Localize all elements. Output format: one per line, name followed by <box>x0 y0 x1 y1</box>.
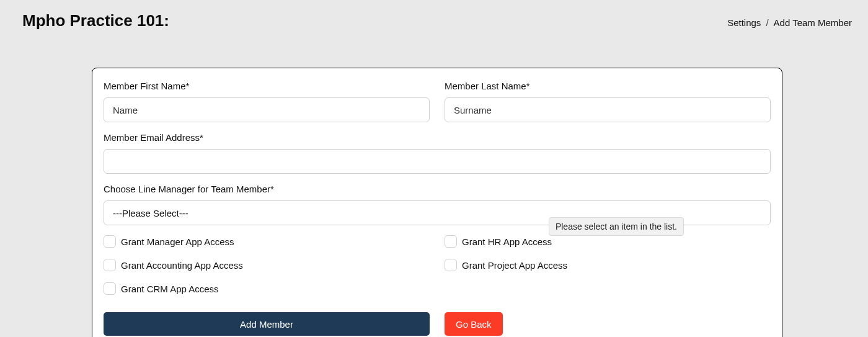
email-label: Member Email Address* <box>104 132 771 143</box>
first-name-label: Member First Name* <box>104 81 430 91</box>
breadcrumb-separator: / <box>766 17 768 28</box>
grant-crm-checkbox[interactable] <box>104 282 116 295</box>
validation-tooltip: Please select an item in the list. <box>549 217 684 236</box>
breadcrumb-settings[interactable]: Settings <box>727 17 761 28</box>
go-back-button[interactable]: Go Back <box>445 312 503 336</box>
grant-hr-label: Grant HR App Access <box>462 236 552 247</box>
form-card: Member First Name* Member Last Name* Mem… <box>92 68 782 337</box>
breadcrumb: Settings / Add Team Member <box>727 11 852 28</box>
grant-crm-label: Grant CRM App Access <box>121 284 219 294</box>
grant-hr-checkbox[interactable] <box>445 235 457 248</box>
breadcrumb-current: Add Team Member <box>774 17 852 28</box>
grant-manager-checkbox[interactable] <box>104 235 116 248</box>
email-input[interactable] <box>104 149 771 174</box>
last-name-input[interactable] <box>445 97 771 122</box>
grant-accounting-label: Grant Accounting App Access <box>121 260 243 271</box>
line-manager-label: Choose Line Manager for Team Member* <box>104 184 771 194</box>
grant-manager-label: Grant Manager App Access <box>121 236 234 247</box>
grant-project-checkbox[interactable] <box>445 259 457 271</box>
page-title: Mpho Practice 101: <box>22 11 169 30</box>
grant-project-label: Grant Project App Access <box>462 260 567 271</box>
first-name-input[interactable] <box>104 97 430 122</box>
add-member-button[interactable]: Add Member <box>104 312 430 336</box>
last-name-label: Member Last Name* <box>445 81 771 91</box>
grant-accounting-checkbox[interactable] <box>104 259 116 271</box>
